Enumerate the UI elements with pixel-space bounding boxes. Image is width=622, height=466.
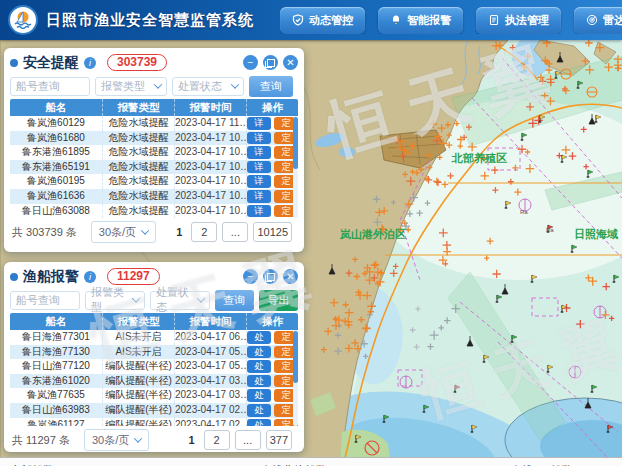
minimize-button[interactable]: − [243,55,258,70]
handle-button[interactable]: 处置 [247,331,271,344]
page-ellipsis-button[interactable]: ... [235,430,261,450]
handle-status-select[interactable]: 处置状态 [150,291,210,310]
info-icon[interactable]: i [84,271,96,283]
scrollbar-thumb[interactable] [293,117,298,169]
detail-button[interactable]: 详情 [247,146,271,159]
main-nav: 动态管控 智能报警 执法管理 雷达系统 海岸监控 [280,7,622,34]
table-row[interactable]: 鲁日山渔63983编队提醒(半径)2023-04-17 02…处置定位 [10,403,298,418]
radar-icon [586,14,598,26]
pagination: 1 2 ... 10125 [172,222,296,242]
page-size-select[interactable]: 30条/页 [84,429,149,451]
page-size-select[interactable]: 30条/页 [91,221,156,243]
select-placeholder: 处置状态 [156,285,198,315]
select-placeholder: 处置状态 [178,79,222,94]
handle-button[interactable]: 处置 [247,404,271,417]
chevron-down-icon [197,294,205,302]
export-button[interactable]: 导出 [259,290,298,311]
close-button[interactable]: ✕ [283,269,298,284]
table-row[interactable]: 鲁东港渔65191危险水域提醒2023-04-17 10…详情定位 [10,160,298,175]
nav-dynamic-control[interactable]: 动态管控 [280,7,365,34]
restore-icon [267,59,275,67]
page-ellipsis-button[interactable]: ... [222,222,248,242]
total-count: 共 11297 条 [12,433,70,448]
zone-label-lanshan-anchorage: 岚山港外泊区 [339,228,406,240]
query-button[interactable]: 查询 [249,76,293,97]
minimize-button[interactable]: − [243,269,258,284]
handle-button[interactable]: 处置 [247,419,271,426]
table-row[interactable]: 鲁岚渔61680危险水域提醒2023-04-17 10…详情定位 [10,131,298,146]
table-row[interactable]: 鲁日山渔77120编队提醒(半径)2023-04-17 05…处置定位 [10,359,298,374]
ship-search-input[interactable] [10,291,80,310]
alert-table: 鲁岚渔60129危险水域提醒2023-04-17 11…详情定位 鲁岚渔6168… [10,116,298,218]
handle-button[interactable]: 处置 [247,346,271,359]
table-row[interactable]: 鲁东港渔61020编队提醒(半径)2023-04-17 03…处置定位 [10,374,298,389]
app-header: 日照市渔业安全智慧监管系统 动态管控 智能报警 执法管理 雷达系统 海岸监控 [0,0,622,40]
query-button[interactable]: 查询 [215,290,254,311]
law-enforcement-icon [488,14,500,26]
app-logo [8,5,38,35]
alarm-type-select[interactable]: 报警类型 [85,291,145,310]
info-icon[interactable]: i [84,57,96,69]
table-row[interactable]: 鲁东港渔61895危险水域提醒2023-04-17 10…详情定位 [10,145,298,160]
panel-dot-icon [10,59,18,67]
alarm-table: 鲁日海渔77301AIS未开启2023-04-17 06…处置定位 鲁日海渔77… [10,330,298,426]
scrollbar-track [293,330,298,426]
handle-button[interactable]: 处置 [247,375,271,388]
detail-button[interactable]: 详情 [247,132,271,145]
nav-label: 动态管控 [309,13,353,28]
page-current[interactable]: 1 [185,434,199,446]
detail-button[interactable]: 详情 [247,161,271,174]
detail-button[interactable]: 详情 [247,205,271,218]
racon-label: Ra [546,227,554,233]
table-row[interactable]: 鲁岚渔77635编队提醒(半径)2023-04-17 03…处置定位 [10,388,298,403]
table-header: 船名报警类型报警时间操作 [10,99,298,116]
table-row[interactable]: 鲁日山渔63088危险水域提醒2023-04-17 10…详情定位 [10,204,298,218]
shield-check-icon [292,14,304,26]
restore-icon [267,273,275,281]
app-root: 北部养殖区 岚山港外泊区 日照海域 Ra Ra 恒天翼 恒天翼 恒天翼 日照市渔… [0,0,622,466]
detail-button[interactable]: 详情 [247,117,271,130]
alarm-bell-icon [390,14,402,26]
zone-label-rizhao-sea: 日照海域 [574,228,618,240]
alarm-type-select[interactable]: 报警类型 [95,77,167,96]
nav-smart-alarm[interactable]: 智能报警 [378,7,463,34]
status-bar: 全部船数：3000 在线北斗船数：1142 在线AIS船数：1234 [0,457,622,466]
table-row[interactable]: 鲁岚渔60195危险水域提醒2023-04-17 10…详情定位 [10,174,298,189]
table-row[interactable]: 鲁日海渔77130AIS未开启2023-04-17 05…处置定位 [10,345,298,360]
table-row[interactable]: 鲁岚渔61636危险水域提醒2023-04-17 10…详情定位 [10,189,298,204]
handle-button[interactable]: 处置 [247,360,271,373]
count-badge: 303739 [107,54,167,71]
chevron-down-icon [134,434,142,442]
chevron-down-icon [132,294,140,302]
table-row[interactable]: 鲁岚渔61127编队提醒(半径)2023-04-17 02…处置定位 [10,418,298,426]
panel-title: 渔船报警 [23,268,79,286]
detail-button[interactable]: 详情 [247,175,271,188]
table-row[interactable]: 鲁岚渔60129危险水域提醒2023-04-17 11…详情定位 [10,116,298,131]
select-placeholder: 报警类型 [101,79,145,94]
page-size-value: 30条/页 [92,433,129,448]
nav-radar-system[interactable]: 雷达系统 [574,7,622,34]
restore-button[interactable] [263,269,278,284]
page-button[interactable]: 2 [204,430,230,450]
page-last-button[interactable]: 10125 [253,222,292,242]
app-title: 日照市渔业安全智慧监管系统 [46,11,254,30]
detail-button[interactable]: 详情 [247,190,271,203]
scrollbar-thumb[interactable] [293,331,298,383]
total-count: 共 303739 条 [12,225,77,240]
handle-button[interactable]: 处置 [247,389,271,402]
table-row[interactable]: 鲁日海渔77301AIS未开启2023-04-17 06…处置定位 [10,330,298,345]
pagination: 1 2 ... 377 [185,430,296,450]
nav-label: 智能报警 [407,13,451,28]
count-badge: 11297 [107,268,160,285]
page-button[interactable]: 2 [191,222,217,242]
chevron-down-icon [141,226,149,234]
vessel-alarm-panel: 渔船报警 i 11297 − ✕ 报警类型 处置状态 查询 导出 船名报警类型报… [4,262,304,452]
close-button[interactable]: ✕ [283,55,298,70]
page-last-button[interactable]: 377 [266,430,292,450]
restore-button[interactable] [263,55,278,70]
handle-status-select[interactable]: 处置状态 [172,77,244,96]
page-current[interactable]: 1 [172,226,186,238]
panel-dot-icon [10,273,18,281]
nav-law-enforcement[interactable]: 执法管理 [476,7,561,34]
ship-search-input[interactable] [10,77,90,96]
